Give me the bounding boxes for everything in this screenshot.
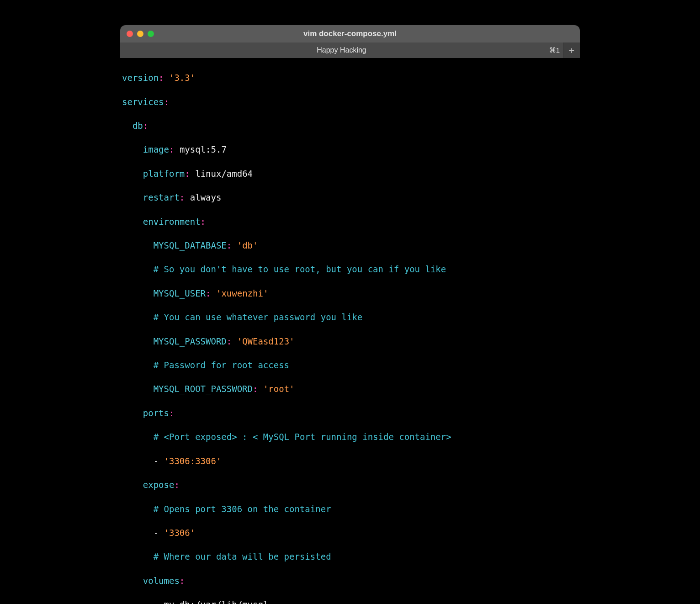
minimize-button[interactable] xyxy=(137,31,143,37)
window-title: vim docker-compose.yml xyxy=(120,29,580,38)
yaml-value: '3306:3306' xyxy=(164,456,222,466)
yaml-value: my-db:/var/lib/mysql xyxy=(164,599,269,604)
terminal-window: vim docker-compose.yml Happy Hacking ⌘1 … xyxy=(120,25,580,604)
yaml-key: platform xyxy=(143,169,185,179)
yaml-key: services xyxy=(122,97,164,107)
traffic-lights xyxy=(127,31,154,37)
yaml-comment: # Opens port 3306 on the container xyxy=(154,504,331,514)
yaml-comment: # You can use whatever password you like xyxy=(154,312,363,322)
yaml-value: 'QWEasd123' xyxy=(237,336,295,346)
yaml-value: 'xuwenzhi' xyxy=(216,288,268,298)
zoom-button[interactable] xyxy=(148,31,154,37)
yaml-key: ports xyxy=(143,408,169,418)
yaml-key: image xyxy=(143,144,169,154)
editor-area[interactable]: version: '3.3' services: db: image: mysq… xyxy=(120,58,580,604)
tab-label: Happy Hacking xyxy=(317,46,366,54)
yaml-value: '3.3' xyxy=(169,73,195,83)
yaml-value: linux/amd64 xyxy=(195,169,253,179)
yaml-value: mysql:5.7 xyxy=(180,144,227,154)
yaml-value: 'root' xyxy=(263,384,295,394)
yaml-key: volumes xyxy=(143,576,180,586)
yaml-key: MYSQL_USER xyxy=(154,288,206,298)
titlebar: vim docker-compose.yml xyxy=(120,25,580,42)
close-button[interactable] xyxy=(127,31,133,37)
yaml-comment: # So you don't have to use root, but you… xyxy=(154,264,446,274)
plus-icon: + xyxy=(569,45,574,56)
yaml-comment: # Password for root access xyxy=(154,360,289,370)
yaml-key: version xyxy=(122,73,159,83)
yaml-key: expose xyxy=(143,480,175,490)
yaml-key: MYSQL_ROOT_PASSWORD xyxy=(154,384,253,394)
yaml-comment: # <Port exposed> : < MySQL Port running … xyxy=(154,432,451,442)
tab-happy-hacking[interactable]: Happy Hacking xyxy=(120,42,563,58)
tab-bar: Happy Hacking ⌘1 + xyxy=(120,42,580,58)
yaml-key: MYSQL_DATABASE xyxy=(154,240,227,250)
yaml-value: always xyxy=(190,192,222,202)
yaml-value: '3306' xyxy=(164,528,196,538)
yaml-key: restart xyxy=(143,192,180,202)
new-tab-button[interactable]: + xyxy=(563,42,580,58)
tab-shortcut: ⌘1 xyxy=(549,46,560,54)
yaml-value: 'db' xyxy=(237,240,258,250)
yaml-key: db xyxy=(133,121,143,131)
yaml-key: environment xyxy=(143,217,201,227)
yaml-key: MYSQL_PASSWORD xyxy=(154,336,227,346)
yaml-comment: # Where our data will be persisted xyxy=(154,551,331,562)
